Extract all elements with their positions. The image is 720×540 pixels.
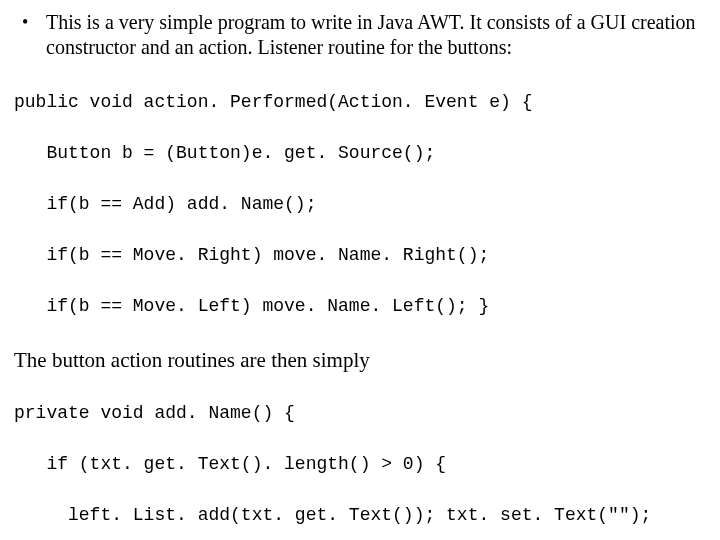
code-line: if(b == Move. Right) move. Name. Right()… <box>14 243 706 269</box>
bullet-item: • This is a very simple program to write… <box>14 10 706 60</box>
code-block-1: public void action. Performed(Action. Ev… <box>14 64 706 345</box>
bullet-dot-icon: • <box>14 10 46 34</box>
code-line: if(b == Add) add. Name(); <box>14 192 706 218</box>
code-line: Button b = (Button)e. get. Source(); <box>14 141 706 167</box>
bullet-text: This is a very simple program to write i… <box>46 10 706 60</box>
code-line: left. List. add(txt. get. Text()); txt. … <box>14 503 706 529</box>
code-line: if (txt. get. Text(). length() > 0) { <box>14 452 706 478</box>
code-block-2: private void add. Name() { if (txt. get.… <box>14 375 706 540</box>
body-paragraph: The button action routines are then simp… <box>14 347 706 373</box>
code-line: if(b == Move. Left) move. Name. Left(); … <box>14 294 706 320</box>
code-line: private void add. Name() { <box>14 401 706 427</box>
code-line: public void action. Performed(Action. Ev… <box>14 90 706 116</box>
